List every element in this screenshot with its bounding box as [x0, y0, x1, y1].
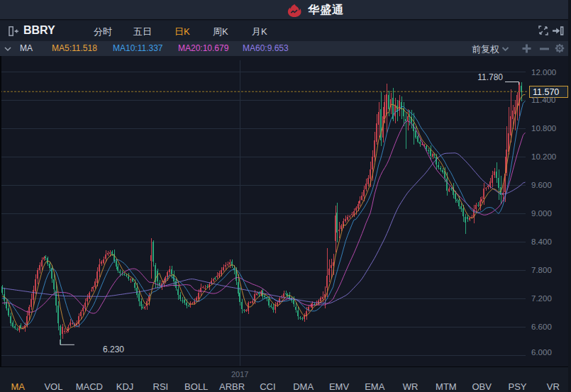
svg-text:8.400: 8.400	[531, 237, 552, 246]
svg-text:6.230: 6.230	[103, 345, 124, 354]
svg-text:10.800: 10.800	[531, 124, 556, 133]
svg-text:9.000: 9.000	[531, 209, 552, 218]
svg-text:6.000: 6.000	[531, 348, 552, 357]
svg-text:12.000: 12.000	[531, 68, 556, 77]
svg-text:6.600: 6.600	[531, 323, 552, 331]
svg-text:11.400: 11.400	[531, 96, 555, 104]
svg-text:11.780: 11.780	[477, 72, 503, 82]
svg-text:9.600: 9.600	[531, 181, 552, 189]
svg-text:10.200: 10.200	[531, 152, 556, 161]
svg-text:7.800: 7.800	[531, 266, 552, 274]
svg-text:7.200: 7.200	[531, 294, 552, 303]
